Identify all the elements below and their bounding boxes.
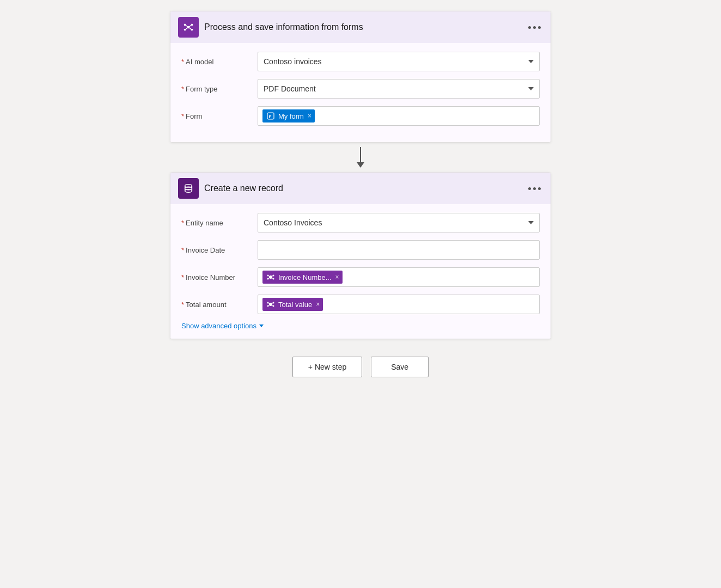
show-advanced-options-button[interactable]: Show advanced options [181, 322, 540, 330]
form-label: *Form [181, 112, 258, 120]
form-tag-icon: F [266, 111, 276, 121]
svg-text:F: F [269, 114, 272, 119]
card2-menu-button[interactable] [526, 185, 543, 192]
entity-name-control: Contoso Invoices [258, 213, 540, 232]
ai-model-required: * [181, 58, 184, 66]
field-row-total-amount: *Total amount [181, 295, 540, 314]
invoice-number-tag-icon [266, 272, 276, 282]
ai-tag-icon-svg [266, 273, 275, 281]
total-amount-required: * [181, 301, 184, 309]
entity-name-required: * [181, 219, 184, 227]
dataverse-icon [178, 178, 199, 199]
card2-body: *Entity name Contoso Invoices *Invoice D… [170, 204, 551, 339]
forms-icon-svg: F [266, 112, 275, 120]
entity-name-select[interactable]: Contoso Invoices [258, 213, 540, 232]
card-create-record: Create a new record *Entity name Contoso… [170, 172, 551, 339]
card1-body: *AI model Contoso invoices *Form type PD… [170, 43, 551, 142]
invoice-date-required: * [181, 246, 184, 254]
arrow-connector-1 [357, 147, 364, 168]
card2-header: Create a new record [170, 173, 551, 204]
entity-name-chevron-icon [528, 221, 534, 224]
card1-title: Process and save information from forms [204, 22, 363, 32]
invoice-number-control: Invoice Numbe... × [258, 267, 540, 287]
total-amount-label: *Total amount [181, 301, 258, 309]
save-button[interactable]: Save [371, 357, 429, 377]
svg-line-7 [185, 27, 188, 30]
field-row-invoice-number: *Invoice Number [181, 267, 540, 287]
form-control: F My form × [258, 106, 540, 126]
card2-dot2 [533, 187, 536, 190]
invoice-number-required: * [181, 273, 184, 281]
card2-dot3 [538, 187, 541, 190]
show-advanced-chevron-icon [259, 324, 264, 327]
invoice-number-tag-control[interactable]: Invoice Numbe... × [258, 267, 540, 287]
dataverse-svg [182, 182, 194, 194]
invoice-number-tag-label: Invoice Numbe... [278, 273, 332, 281]
dot3 [538, 26, 541, 29]
card1-header-left: Process and save information from forms [178, 17, 363, 38]
arrow-line-1 [360, 147, 361, 162]
form-type-label: *Form type [181, 85, 258, 93]
card2-title: Create a new record [204, 183, 283, 193]
dot1 [528, 26, 531, 29]
total-amount-control: Total value × [258, 295, 540, 314]
total-amount-tag-label: Total value [278, 301, 312, 309]
field-row-ai-model: *AI model Contoso invoices [181, 52, 540, 71]
card1-menu-button[interactable] [526, 24, 543, 31]
form-tag: F My form × [262, 109, 315, 122]
ai-model-select[interactable]: Contoso invoices [258, 52, 540, 71]
ai-builder-icon [178, 17, 199, 38]
entity-name-label: *Entity name [181, 219, 258, 227]
form-type-control: PDF Document [258, 79, 540, 99]
invoice-date-control [258, 240, 540, 260]
invoice-date-input[interactable] [258, 240, 540, 260]
ai-model-label: *AI model [181, 58, 258, 66]
field-row-form-type: *Form type PDF Document [181, 79, 540, 99]
form-required: * [181, 112, 184, 120]
field-row-entity-name: *Entity name Contoso Invoices [181, 213, 540, 232]
field-row-form: *Form F My form [181, 106, 540, 126]
form-tag-remove[interactable]: × [308, 112, 311, 120]
form-tag-label: My form [278, 112, 304, 120]
svg-line-5 [185, 24, 188, 27]
svg-line-8 [188, 27, 192, 30]
ai-builder-svg [182, 21, 194, 33]
card-process-forms: Process and save information from forms … [170, 11, 551, 143]
form-type-chevron-icon [528, 87, 534, 90]
card1-header: Process and save information from forms [170, 11, 551, 43]
svg-line-6 [188, 24, 192, 27]
invoice-date-label: *Invoice Date [181, 246, 258, 254]
canvas: Process and save information from forms … [0, 0, 721, 377]
card2-dot1 [528, 187, 531, 190]
bottom-buttons-bar: + New step Save [292, 357, 429, 377]
total-amount-tag-icon [266, 299, 276, 309]
total-amount-tag-remove[interactable]: × [316, 301, 320, 308]
invoice-number-tag-remove[interactable]: × [335, 273, 339, 281]
total-amount-tag: Total value × [262, 298, 323, 311]
form-type-required: * [181, 85, 184, 93]
form-tag-control[interactable]: F My form × [258, 106, 540, 126]
total-amount-tag-control[interactable]: Total value × [258, 295, 540, 314]
invoice-number-tag: Invoice Numbe... × [262, 271, 343, 284]
card2-header-left: Create a new record [178, 178, 283, 199]
ai-model-control: Contoso invoices [258, 52, 540, 71]
ai-model-chevron-icon [528, 60, 534, 63]
arrow-head-1 [357, 162, 364, 168]
field-row-invoice-date: *Invoice Date [181, 240, 540, 260]
dot2 [533, 26, 536, 29]
form-type-select[interactable]: PDF Document [258, 79, 540, 99]
ai-tag2-icon-svg [266, 300, 275, 309]
invoice-number-label: *Invoice Number [181, 273, 258, 281]
new-step-button[interactable]: + New step [292, 357, 362, 377]
